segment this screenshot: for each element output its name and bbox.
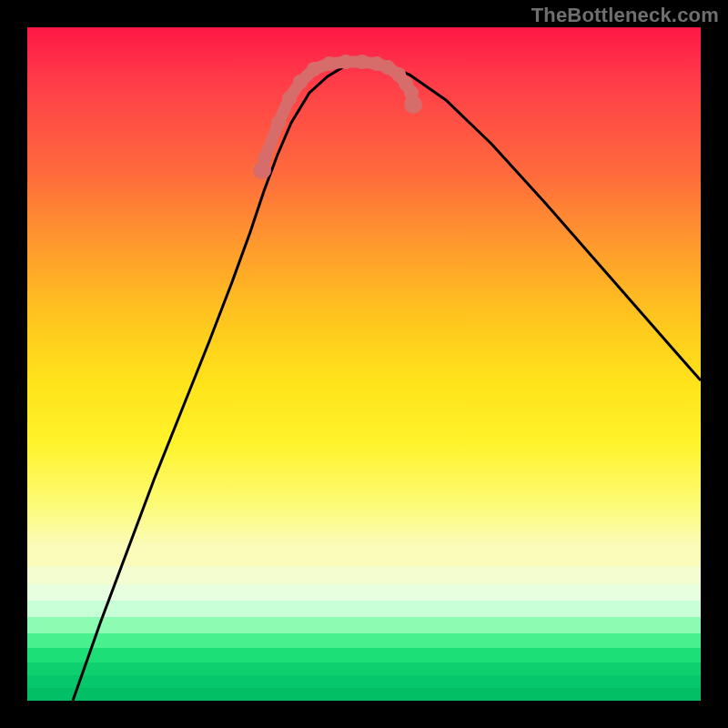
highlight-stroke — [262, 62, 413, 170]
highlight-dot — [293, 75, 308, 89]
chart-svg — [27, 27, 701, 701]
highlight-dot — [271, 116, 286, 130]
watermark-text: TheBottleneck.com — [531, 4, 719, 27]
highlight-dot — [258, 151, 272, 166]
outer-frame: TheBottleneck.com — [0, 0, 728, 728]
highlight-markers — [253, 55, 422, 179]
highlight-dot — [404, 96, 422, 114]
highlight-dot — [355, 55, 369, 69]
bottleneck-curve — [73, 62, 701, 701]
plot-area — [27, 27, 701, 701]
highlight-dot — [322, 56, 337, 71]
highlight-dot — [339, 55, 353, 69]
highlight-dot — [307, 62, 321, 76]
highlight-dot — [282, 91, 297, 106]
